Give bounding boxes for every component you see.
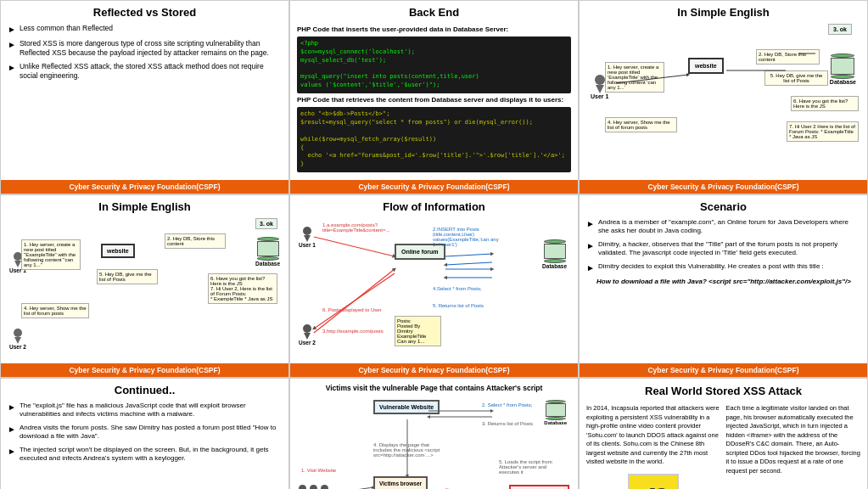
flow-user1: User 1 [299,227,316,248]
se-website: website [101,244,135,258]
victims-db: Database [544,400,567,425]
step2-callout: 2. Hey DB, Store this content [756,49,820,65]
svg-line-6 [314,269,395,333]
victims-browser-label: Victims browser [379,481,422,486]
footer-6: Cyber Security & Privacy Foundation(CSPF… [580,363,867,377]
step7-callout: 7. Hi User 2 Here is the list of Forum P… [787,121,859,142]
svg-line-3 [314,237,395,256]
victims-content: Victims visit the vulnerable Page that c… [290,379,578,489]
se-step1: 1. Hey server, create a new post titled … [21,239,81,270]
js-logo: <JS> [628,474,679,489]
bullet-3: ► Unlike Reflected XSS attack, the store… [8,62,282,81]
arrow-s3: ► [586,262,595,273]
step7-text: 7. Hi User 2 Here is the list of Forum P… [789,124,855,139]
victims-step4: 4. Displays the page that includes the m… [373,442,441,458]
website-label: website [695,63,717,69]
continued-content: Continued.. ► The "exploit.js" file has … [1,379,288,489]
arrow-c3: ► [8,446,16,457]
real-world-content: Real World Stored XSS Attack In 2014, In… [580,379,867,489]
se-user2: User 2 [9,329,26,350]
bullet-text-1: Less common than Reflected [20,24,113,33]
vulnerable-label: Vulnerable Website [379,404,434,410]
victims-step3: 3. Returns list of Posts [482,421,537,426]
real-world-left: In 2014, Incapsula reported that attacke… [586,404,721,489]
cell-flow: Flow of Information User 1 Online forum [289,194,579,378]
cell-simple-english-top: In Simple English User 1 1. Hey server, … [579,0,868,194]
website-box: website [688,58,724,74]
step2-text: 2. Hey DB, Store this content [759,52,806,62]
vulnerable-website-box: Vulnerable Website [373,400,440,414]
scenario-text2: Dimitry, a hacker, observes that the "Ti… [598,240,860,258]
continued-bullet3: ► The injected script won't be displayed… [8,446,282,464]
flow-posts: Posts:Posted ByDimitryExampleTitleCan an… [395,316,441,346]
scenario-bullet3: ► Dimitry decides to exploit this Vulner… [586,262,860,273]
step6-callout: 6. Have you got the list? Here is the JS [791,96,859,111]
svg-line-9 [314,273,395,329]
real-world-right: Each time a legitimate visitor landed on… [726,404,861,489]
flow-step2: 2.INSERT into Posts (title,content,User)… [433,227,501,247]
se-step5: 5. Hey DB, give me the list of Posts [97,269,158,284]
bullet-1: ► Less common than Reflected [8,24,282,35]
step5-callout: 5. Hey DB, give me the list of Posts [764,70,828,86]
attacker-website-box: Attacker's website [509,485,569,489]
flow-title: Flow of Information [297,200,571,213]
simple-english-bottom-title: In Simple English [8,200,282,213]
se-step6: 6. Have you got the list? Here is the JS… [208,273,277,304]
flow-step4: 4.Select * from Posts; [433,286,501,291]
flow-step6: 6. Posts displayed to User [322,307,390,312]
continued-bullet2: ► Andrea visits the forum posts. She saw… [8,424,282,441]
step4-text: 4. Hey server, Show me the list of forum… [608,120,670,130]
footer-2: Cyber Security & Privacy Foundation(CSPF… [290,180,578,194]
step1-text: 1. Hey server, create a new post titled … [608,65,658,90]
victims-step1: 1. Visit Website [301,468,369,473]
real-world-text2: Each time a legitimate visitor landed on… [726,404,861,475]
flow-diagram: User 1 Online forum Database 1.a.example… [297,218,571,358]
continued-title: Continued.. [8,384,282,396]
victims-db-label: Database [544,420,567,425]
step3-label: 3. ok [833,26,847,32]
php-desc-1: PHP Code that inserts the user-provided … [297,25,571,34]
js-logo-container: <JS> [586,474,721,489]
simple-english-top-title: In Simple English [586,6,860,19]
simple-english-bottom-content: In Simple English User 1 1. Hey server, … [1,195,288,363]
real-world-body: In 2014, Incapsula reported that attacke… [586,404,860,489]
scenario-text3: Dimitry decides to exploit this Vulnerab… [598,262,824,271]
bullet-2: ► Stored XSS is more dangerous type of c… [8,39,282,58]
cell-real-world: Real World Stored XSS Attack In 2014, In… [579,378,868,489]
flow-db-label: Database [542,263,567,269]
flow-forum-label: Online forum [401,249,439,255]
footer-4: Cyber Security & Privacy Foundation(CSPF… [1,363,288,377]
se-bottom-diagram: User 1 1. Hey server, create a new post … [8,218,282,354]
victims-step5: 5. Loads the script from Attacker's serv… [499,459,567,475]
real-world-text: In 2014, Incapsula reported that attacke… [586,404,721,467]
simple-english-diagram: User 1 1. Hey server, create a new post … [586,24,860,155]
step1-callout: 1. Hey server, create a new post titled … [605,62,664,93]
cell-continued: Continued.. ► The "exploit.js" file has … [0,378,289,489]
victims-step2: 2. Select * from Posts; [482,402,537,408]
arrow-c1: ► [8,402,16,413]
victims-title: Victims visit the vulnerable Page that c… [297,384,571,392]
se-step4: 4. Hey server, Show me the list of forum… [21,303,89,318]
real-world-title: Real World Stored XSS Attack [586,384,860,399]
flow-step1: 1.a.example.com/posts?title=ExampleTitle… [322,222,390,233]
victims-person3 [321,485,328,489]
flow-user1-label: User 1 [299,242,316,248]
code-block-1: <?php $con=mysql_connect('localhost'); m… [297,37,571,93]
user1-label: User 1 [591,93,608,99]
arrow-c2: ► [8,424,16,435]
step3-ok: 3. ok [828,24,852,35]
main-grid: Reflected vs Stored ► Less common than R… [0,0,868,489]
victims-browser-box: Victims browser [373,476,428,489]
scenario-bullet1: ► Andrea is a member of "example.com", a… [586,218,860,236]
svg-line-5 [445,262,492,265]
cell-victims: Victims visit the vulnerable Page that c… [289,378,579,489]
se-step3: 3. ok [255,218,277,229]
footer-1: Cyber Security & Privacy Foundation(CSPF… [1,180,288,194]
footer-5: Cyber Security & Privacy Foundation(CSPF… [290,363,578,377]
arrow-icon-1: ► [8,24,16,35]
scenario-text1: Andrea is a member of "example.com", an … [598,218,860,236]
step5-text: 5. Hey DB, give me the list of Posts [770,73,823,83]
flow-user2: User 2 [299,324,316,346]
simple-english-top-content: In Simple English User 1 1. Hey server, … [580,1,867,180]
database-figure: Database [830,53,856,85]
